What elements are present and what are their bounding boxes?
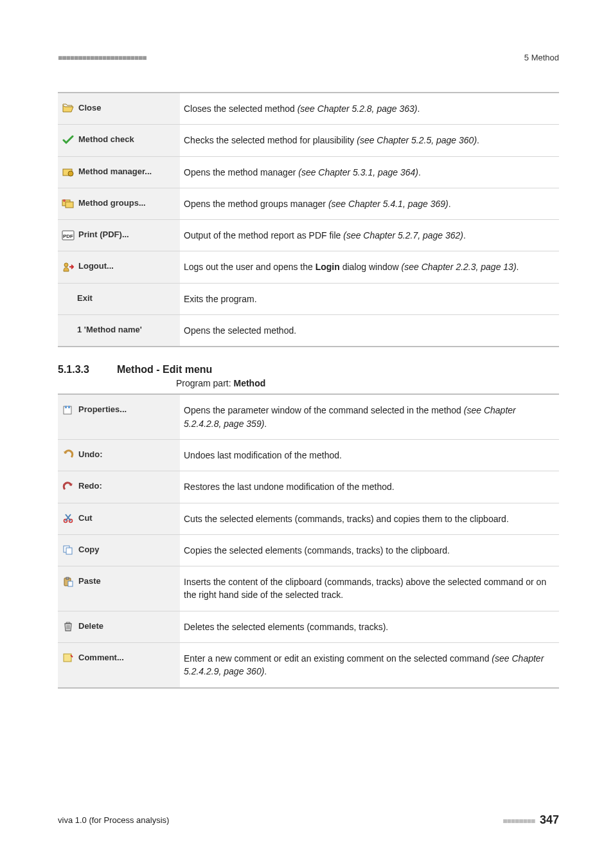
- reference-text: (see Chapter 5.2.7, page 362): [343, 230, 463, 240]
- comment-icon: [62, 652, 75, 664]
- table-row: Redo:Restores the last undone modificati…: [58, 471, 559, 503]
- svg-point-4: [63, 199, 66, 202]
- edit-menu-table: Properties...Opens the parameter window …: [58, 393, 559, 688]
- reference-text: (see Chapter 2.2.3, page 13): [402, 262, 517, 272]
- page-header: ■■■■■■■■■■■■■■■■■■■■■■ 5 Method: [58, 53, 559, 62]
- delete-icon: [62, 620, 75, 632]
- edit-menu-label: Undo:: [78, 449, 103, 461]
- file-menu-label: Close: [78, 102, 101, 114]
- table-row: CutCuts the selected elements (commands,…: [58, 503, 559, 534]
- file-menu-label: Logout...: [78, 260, 114, 273]
- page-footer: viva 1.0 (for Process analysis) ■■■■■■■■…: [58, 813, 559, 827]
- file-menu-description: Opens the method groups manager (see Cha…: [180, 188, 559, 219]
- svg-rect-9: [65, 406, 67, 408]
- edit-menu-label: Paste: [78, 575, 101, 588]
- svg-text:PDF: PDF: [63, 233, 73, 239]
- table-row: CloseCloses the selected method (see Cha…: [58, 93, 559, 125]
- svg-rect-14: [66, 548, 72, 554]
- edit-menu-label-cell: Properties...: [58, 394, 180, 439]
- section-heading: 5.1.3.3 Method - Edit menu: [58, 364, 559, 375]
- bold-term: Login: [315, 262, 340, 272]
- edit-menu-label: Cut: [78, 512, 93, 525]
- header-bars: ■■■■■■■■■■■■■■■■■■■■■■: [58, 53, 146, 62]
- file-menu-label: 1 'Method name': [77, 324, 142, 336]
- file-menu-description: Checks the selected method for plausibil…: [180, 125, 559, 156]
- edit-menu-label: Redo:: [78, 480, 102, 493]
- edit-menu-description: Inserts the content of the clipboard (co…: [180, 566, 559, 611]
- table-row: Properties...Opens the parameter window …: [58, 394, 559, 439]
- undo-icon: [62, 449, 75, 460]
- logout-icon: [62, 261, 75, 273]
- svg-point-1: [68, 171, 73, 176]
- edit-menu-label-cell: Cut: [58, 503, 180, 534]
- file-menu-label: Method groups...: [78, 197, 146, 210]
- redo-icon: [62, 481, 75, 493]
- folder-gear-icon: [62, 166, 75, 177]
- properties-icon: [62, 404, 75, 416]
- table-row: PasteInserts the content of the clipboar…: [58, 566, 559, 611]
- edit-menu-label-cell: Copy: [58, 534, 180, 566]
- edit-menu-label-cell: Paste: [58, 566, 180, 611]
- edit-menu-label-cell: Undo:: [58, 439, 180, 471]
- edit-menu-label: Properties...: [78, 404, 127, 416]
- file-menu-description: Closes the selected method (see Chapter …: [180, 93, 559, 125]
- edit-menu-description: Restores the last undone modification of…: [180, 471, 559, 503]
- folders-icon: [62, 197, 75, 209]
- file-menu-label: Method check: [78, 134, 134, 146]
- svg-rect-16: [66, 577, 69, 579]
- table-row: Logout...Logs out the user and opens the…: [58, 251, 559, 283]
- file-menu-description: Logs out the user and opens the Login di…: [180, 251, 559, 283]
- file-menu-label-cell: PDFPrint (PDF)...: [58, 220, 180, 251]
- edit-menu-label-cell: Redo:: [58, 471, 180, 503]
- edit-menu-description: Cuts the selected elements (commands, tr…: [180, 503, 559, 534]
- table-row: Method manager...Opens the method manage…: [58, 156, 559, 188]
- file-menu-label-cell: Close: [58, 93, 180, 125]
- footer-right: ■■■■■■■■ 347: [502, 813, 559, 827]
- paste-icon: [62, 576, 75, 588]
- file-menu-description: Opens the method manager (see Chapter 5.…: [180, 156, 559, 188]
- cut-icon: [62, 512, 75, 524]
- reference-text: (see Chapter 5.4.1, page 369): [328, 199, 449, 209]
- table-row: PDFPrint (PDF)...Output of the method re…: [58, 220, 559, 251]
- svg-rect-17: [68, 581, 73, 586]
- svg-rect-8: [64, 406, 71, 414]
- file-menu-label-cell: Logout...: [58, 251, 180, 283]
- table-row: Undo:Undoes last modification of the met…: [58, 439, 559, 471]
- edit-menu-label-cell: Delete: [58, 611, 180, 642]
- footer-left: viva 1.0 (for Process analysis): [58, 815, 169, 825]
- file-menu-table: CloseCloses the selected method (see Cha…: [58, 92, 559, 347]
- page-number: 347: [540, 813, 559, 826]
- table-row: DeleteDeletes the selected elements (com…: [58, 611, 559, 642]
- section-title: Method - Edit menu: [117, 364, 212, 375]
- table-row: Method groups...Opens the method groups …: [58, 188, 559, 219]
- program-part-line: Program part: Method: [176, 378, 559, 388]
- edit-menu-label: Comment...: [78, 652, 124, 664]
- reference-text: (see Chapter 5.2.8, page 363): [298, 104, 418, 114]
- table-row: 1 'Method name'Opens the selected method…: [58, 315, 559, 347]
- section-number: 5.1.3.3: [58, 364, 114, 375]
- reference-text: (see Chapter 5.2.4.2.9, page 360): [184, 653, 544, 676]
- file-menu-label-cell: 1 'Method name': [58, 315, 180, 347]
- edit-menu-description: Opens the parameter window of the comman…: [180, 394, 559, 439]
- table-row: ExitExits the program.: [58, 283, 559, 314]
- table-row: CopyCopies the selected elements (comman…: [58, 534, 559, 566]
- reference-text: (see Chapter 5.3.1, page 364): [298, 167, 418, 177]
- table-row: Method checkChecks the selected method f…: [58, 125, 559, 156]
- file-menu-label: Print (PDF)...: [78, 229, 129, 241]
- pdf-icon: PDF: [62, 230, 75, 241]
- svg-rect-10: [68, 406, 70, 408]
- edit-menu-label-cell: Comment...: [58, 643, 180, 688]
- table-row: Comment...Enter a new comment or edit an…: [58, 643, 559, 688]
- footer-bars: ■■■■■■■■: [502, 817, 535, 826]
- copy-icon: [62, 544, 75, 556]
- file-menu-description: Opens the selected method.: [180, 315, 559, 347]
- edit-menu-label: Copy: [78, 544, 100, 556]
- file-menu-label-cell: Method groups...: [58, 188, 180, 219]
- file-menu-description: Output of the method report as PDF file …: [180, 220, 559, 251]
- file-menu-label: Exit: [77, 293, 93, 305]
- edit-menu-label: Delete: [78, 620, 103, 633]
- edit-menu-description: Undoes last modification of the method.: [180, 439, 559, 471]
- file-menu-label-cell: Method check: [58, 125, 180, 156]
- checkmark-icon: [62, 134, 75, 146]
- edit-menu-description: Enter a new comment or edit an existing …: [180, 643, 559, 688]
